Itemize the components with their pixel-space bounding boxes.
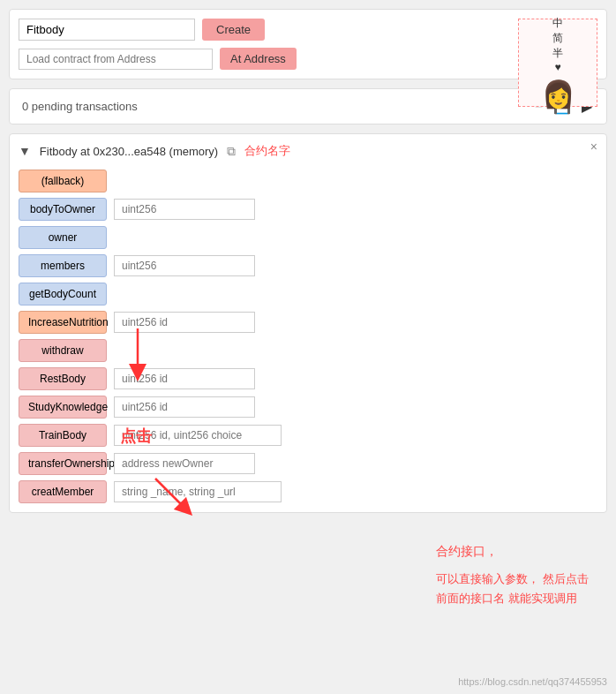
interface-annotation: 合约接口， 可以直接输入参数， 然后点击 前面的接口名 就能实现调用 <box>436 540 589 608</box>
func-row-increasenutrition: IncreaseNutrition <box>19 311 597 334</box>
interface-title: 合约接口， <box>436 540 589 562</box>
increasenutrition-button[interactable]: IncreaseNutrition <box>19 311 107 334</box>
interface-desc: 可以直接输入参数， 然后点击 前面的接口名 就能实现调用 <box>436 570 589 608</box>
func-row-transferownership: transferOwnership <box>19 452 597 475</box>
func-row-trainbody: TrainBody <box>19 424 597 447</box>
func-row-bodytoowner: bodyToOwner <box>19 198 597 221</box>
func-row-creatmember: creatMember <box>19 480 597 503</box>
transferownership-input[interactable] <box>114 453 255 474</box>
contract-header: ▼ Fitbody at 0x230...ea548 (memory) ⧉ 合约… <box>19 143 597 159</box>
contract-name-label: 合约名字 <box>244 143 290 159</box>
transferownership-button[interactable]: transferOwnership <box>19 452 107 475</box>
toggle-icon[interactable]: ▼ <box>19 144 31 158</box>
getbodycount-button[interactable]: getBodyCount <box>19 283 107 306</box>
creatmember-input[interactable] <box>114 481 282 502</box>
contract-panel: × ▼ Fitbody at 0x230...ea548 (memory) ⧉ … <box>9 133 607 513</box>
avatar-label: 中简半♥ <box>552 16 563 75</box>
contract-title: Fitbody at 0x230...ea548 (memory) <box>40 145 218 158</box>
func-row-owner: owner <box>19 226 597 249</box>
watermark: https://blog.csdn.net/qq374455953 <box>458 676 607 687</box>
owner-button[interactable]: owner <box>19 226 107 249</box>
func-row-members: members <box>19 254 597 277</box>
creatmember-button[interactable]: creatMember <box>19 480 107 503</box>
create-button[interactable]: Create <box>202 19 265 41</box>
func-row-getbodycount: getBodyCount <box>19 283 597 306</box>
trainbody-button[interactable]: TrainBody <box>19 424 107 447</box>
func-row-withdraw: withdraw <box>19 339 597 362</box>
func-row-restbody: RestBody <box>19 367 597 390</box>
withdraw-button[interactable]: withdraw <box>19 339 107 362</box>
close-icon[interactable]: × <box>590 140 597 154</box>
increasenutrition-input[interactable] <box>114 312 255 333</box>
func-row-fallback: (fallback) <box>19 170 597 192</box>
bodytoowner-button[interactable]: bodyToOwner <box>19 198 107 221</box>
studyknowledge-button[interactable]: StudyKnowledge <box>19 396 107 419</box>
studyknowledge-input[interactable] <box>114 396 255 418</box>
fallback-button[interactable]: (fallback) <box>19 170 107 192</box>
bodytoowner-input[interactable] <box>114 199 255 220</box>
address-input[interactable] <box>19 49 213 70</box>
restbody-button[interactable]: RestBody <box>19 367 107 390</box>
pending-text: 0 pending transactions <box>22 100 138 113</box>
trainbody-input[interactable] <box>114 425 282 446</box>
avatar-figure: 👩 <box>542 79 575 109</box>
avatar-box: 中简半♥ 👩 <box>518 19 597 107</box>
copy-icon[interactable]: ⧉ <box>227 144 236 159</box>
restbody-input[interactable] <box>114 368 255 389</box>
contract-name-input[interactable]: Fitbody <box>19 19 195 41</box>
members-input[interactable] <box>114 255 255 276</box>
func-row-studyknowledge: StudyKnowledge <box>19 396 597 419</box>
functions-list: (fallback) bodyToOwner owner members get… <box>19 170 597 503</box>
members-button[interactable]: members <box>19 254 107 277</box>
at-address-button[interactable]: At Address <box>220 48 297 70</box>
